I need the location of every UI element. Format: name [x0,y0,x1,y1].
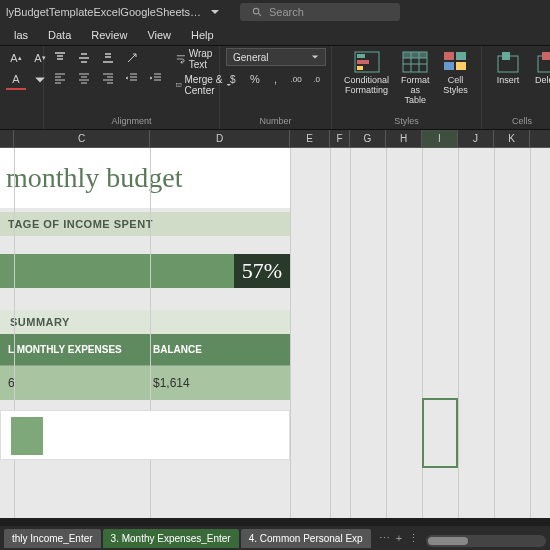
svg-rect-5 [357,60,369,64]
menu-help[interactable]: Help [181,29,224,41]
menu-data[interactable]: Data [38,29,81,41]
number-group-label: Number [226,116,325,127]
col-header-g[interactable]: G [350,130,386,147]
chevron-down-icon[interactable] [210,7,220,17]
table-icon [401,50,429,74]
conditional-formatting-button[interactable]: Conditional Formatting [338,48,395,108]
tab-menu-icon[interactable]: ⋮ [408,532,419,545]
col-header-c[interactable]: C [14,130,150,147]
svg-rect-8 [403,52,427,58]
wrap-text-icon [176,54,186,64]
svg-rect-10 [456,52,466,60]
delete-icon [534,50,550,74]
comma-button[interactable]: , [267,69,284,89]
alignment-group-label: Alignment [50,116,213,127]
tab-more-icon[interactable]: ⋯ [379,532,390,545]
search-placeholder: Search [269,6,304,18]
cell-selection [422,398,458,468]
tab-expenses[interactable]: 3. Monthy Expenses_Enter [103,529,239,548]
col-header-f[interactable]: F [330,130,350,147]
align-center-button[interactable] [74,68,94,88]
align-middle-button[interactable] [74,48,94,68]
col-header-d[interactable]: D [150,130,290,147]
col-header-i[interactable]: I [422,130,458,147]
col-header-k[interactable]: K [494,130,530,147]
conditional-formatting-icon [353,50,381,74]
tab-add-button[interactable]: + [396,532,402,544]
indent-inc-button[interactable] [146,68,166,88]
svg-rect-6 [357,66,363,70]
merge-icon [176,80,182,90]
insert-cells-button[interactable]: Insert [488,48,528,88]
svg-point-0 [253,8,259,14]
align-right-button[interactable] [98,68,118,88]
chart-bar [11,417,43,455]
chevron-down-icon [311,53,319,61]
svg-rect-14 [502,52,510,60]
orientation-button[interactable] [122,48,142,68]
column-headers: C D E F G H I J K [0,130,550,148]
horizontal-scrollbar[interactable] [426,535,546,547]
svg-rect-11 [444,62,454,70]
filename: lyBudgetTemplateExcelGoogleSheetsDownloa… [6,6,206,18]
svg-rect-4 [357,54,365,58]
menu-view[interactable]: View [137,29,181,41]
col-header-j[interactable]: J [458,130,494,147]
font-group-label [6,126,37,127]
increase-decimal-button[interactable]: .00 [288,69,305,89]
search-box[interactable]: Search [240,3,400,21]
svg-rect-12 [456,62,466,70]
ribbon: A▴ A▾ A [0,46,550,130]
tab-common[interactable]: 4. Common Personal Exp [241,529,371,548]
gridlines [0,148,550,518]
delete-cells-button[interactable]: Delete [528,48,550,88]
svg-rect-16 [542,52,550,60]
svg-rect-9 [444,52,454,60]
align-left-button[interactable] [50,68,70,88]
cell-styles-button[interactable]: Cell Styles [436,48,476,108]
sheet-tabs: thly Income_Enter 3. Monthy Expenses_Ent… [0,526,550,550]
currency-button[interactable]: $ [226,69,243,89]
decrease-decimal-button[interactable]: .0 [308,69,325,89]
format-as-table-button[interactable]: Format as Table [395,48,436,108]
align-bottom-button[interactable] [98,48,118,68]
number-format-select[interactable]: General [226,48,326,66]
cells-group-label: Cells [488,116,550,127]
worksheet[interactable]: monthly budget TAGE OF INCOME SPENT 57% … [0,148,550,518]
menubar: las Data Review View Help [0,24,550,46]
cell-styles-icon [442,50,470,74]
align-top-button[interactable] [50,48,70,68]
font-color-button[interactable]: A [6,70,26,90]
col-header-h[interactable]: H [386,130,422,147]
search-icon [252,7,263,18]
col-header-blank[interactable] [0,130,14,147]
menu-review[interactable]: Review [81,29,137,41]
menu-formulas[interactable]: las [4,29,38,41]
chart-area [0,410,290,460]
tab-income[interactable]: thly Income_Enter [4,529,101,548]
titlebar: lyBudgetTemplateExcelGoogleSheetsDownloa… [0,0,550,24]
col-header-e[interactable]: E [290,130,330,147]
percent-button[interactable]: % [247,69,264,89]
svg-text:$: $ [230,74,236,85]
scrollbar-thumb[interactable] [428,537,468,545]
indent-dec-button[interactable] [122,68,142,88]
styles-group-label: Styles [338,116,475,127]
insert-icon [494,50,522,74]
increase-font-button[interactable]: A▴ [6,48,26,68]
